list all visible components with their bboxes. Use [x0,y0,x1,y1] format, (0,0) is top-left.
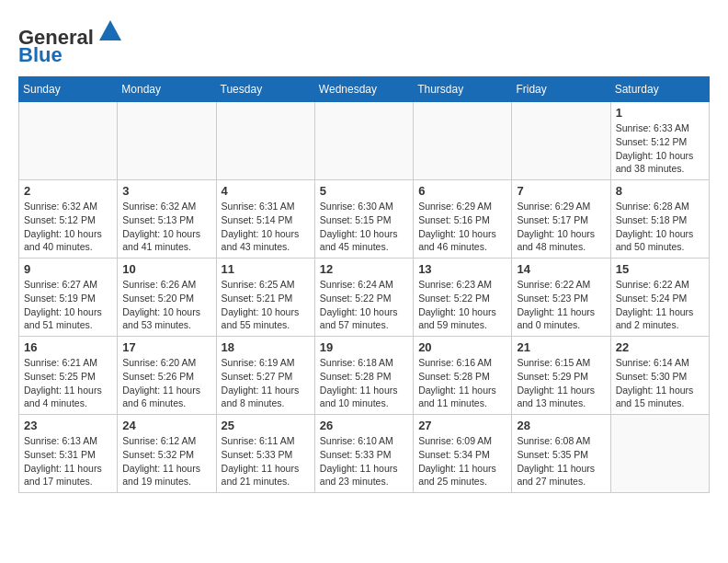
day-number: 6 [418,184,506,198]
calendar-cell: 19Sunrise: 6:18 AM Sunset: 5:28 PM Dayli… [314,337,413,415]
day-info: Sunrise: 6:13 AM Sunset: 5:31 PM Dayligh… [24,434,112,488]
day-info: Sunrise: 6:23 AM Sunset: 5:22 PM Dayligh… [418,278,506,332]
calendar-cell: 13Sunrise: 6:23 AM Sunset: 5:22 PM Dayli… [414,259,512,337]
logo: General Blue [18,18,123,67]
weekday-header-friday: Friday [512,77,610,102]
day-info: Sunrise: 6:30 AM Sunset: 5:15 PM Dayligh… [320,200,408,254]
calendar-cell: 28Sunrise: 6:08 AM Sunset: 5:35 PM Dayli… [512,415,610,493]
day-number: 2 [24,184,112,198]
calendar-cell: 3Sunrise: 6:32 AM Sunset: 5:13 PM Daylig… [118,180,216,259]
calendar-cell: 15Sunrise: 6:22 AM Sunset: 5:24 PM Dayli… [610,259,709,337]
calendar-cell: 1Sunrise: 6:33 AM Sunset: 5:12 PM Daylig… [610,102,709,180]
day-info: Sunrise: 6:33 AM Sunset: 5:12 PM Dayligh… [616,121,704,176]
calendar-cell: 7Sunrise: 6:29 AM Sunset: 5:17 PM Daylig… [512,180,610,259]
calendar-cell: 20Sunrise: 6:16 AM Sunset: 5:28 PM Dayli… [414,337,512,415]
day-info: Sunrise: 6:32 AM Sunset: 5:12 PM Dayligh… [24,200,112,254]
day-info: Sunrise: 6:08 AM Sunset: 5:35 PM Dayligh… [517,434,605,488]
day-number: 21 [517,340,605,354]
calendar-table: SundayMondayTuesdayWednesdayThursdayFrid… [18,76,710,493]
calendar-cell: 16Sunrise: 6:21 AM Sunset: 5:25 PM Dayli… [19,337,118,415]
day-info: Sunrise: 6:31 AM Sunset: 5:14 PM Dayligh… [222,200,310,254]
weekday-header-sunday: Sunday [19,77,118,102]
day-number: 26 [320,419,408,432]
calendar-cell: 24Sunrise: 6:12 AM Sunset: 5:32 PM Dayli… [118,415,216,493]
calendar-week-row: 1Sunrise: 6:33 AM Sunset: 5:12 PM Daylig… [19,102,710,180]
calendar-week-row: 2Sunrise: 6:32 AM Sunset: 5:12 PM Daylig… [19,180,710,259]
calendar-cell: 6Sunrise: 6:29 AM Sunset: 5:16 PM Daylig… [414,180,512,259]
calendar-week-row: 23Sunrise: 6:13 AM Sunset: 5:31 PM Dayli… [19,415,710,493]
calendar-cell: 27Sunrise: 6:09 AM Sunset: 5:34 PM Dayli… [414,415,512,493]
day-info: Sunrise: 6:12 AM Sunset: 5:32 PM Dayligh… [122,434,210,488]
day-number: 13 [418,262,506,276]
day-number: 3 [122,184,210,198]
day-info: Sunrise: 6:27 AM Sunset: 5:19 PM Dayligh… [24,278,112,332]
day-number: 22 [616,340,704,354]
calendar-cell: 2Sunrise: 6:32 AM Sunset: 5:12 PM Daylig… [19,180,118,259]
day-number: 5 [320,184,408,198]
day-info: Sunrise: 6:14 AM Sunset: 5:30 PM Dayligh… [616,356,704,410]
day-number: 16 [24,340,112,354]
day-number: 24 [122,419,210,432]
day-number: 1 [616,106,704,120]
svg-marker-0 [99,20,121,40]
day-number: 17 [122,340,210,354]
day-number: 25 [222,419,310,432]
day-info: Sunrise: 6:22 AM Sunset: 5:23 PM Dayligh… [517,278,605,332]
day-info: Sunrise: 6:29 AM Sunset: 5:16 PM Dayligh… [418,200,506,254]
day-info: Sunrise: 6:24 AM Sunset: 5:22 PM Dayligh… [320,278,408,332]
calendar-cell: 23Sunrise: 6:13 AM Sunset: 5:31 PM Dayli… [19,415,118,493]
day-number: 10 [122,262,210,276]
day-number: 15 [616,262,704,276]
calendar-cell: 26Sunrise: 6:10 AM Sunset: 5:33 PM Dayli… [314,415,413,493]
calendar-cell [314,102,413,180]
day-number: 7 [517,184,605,198]
day-number: 11 [222,262,310,276]
day-info: Sunrise: 6:09 AM Sunset: 5:34 PM Dayligh… [418,434,506,488]
day-info: Sunrise: 6:25 AM Sunset: 5:21 PM Dayligh… [222,278,310,332]
calendar-cell: 5Sunrise: 6:30 AM Sunset: 5:15 PM Daylig… [314,180,413,259]
day-info: Sunrise: 6:26 AM Sunset: 5:20 PM Dayligh… [122,278,210,332]
calendar-cell: 25Sunrise: 6:11 AM Sunset: 5:33 PM Dayli… [216,415,314,493]
calendar-cell [19,102,118,180]
day-number: 23 [24,419,112,432]
calendar-cell: 22Sunrise: 6:14 AM Sunset: 5:30 PM Dayli… [610,337,709,415]
day-info: Sunrise: 6:19 AM Sunset: 5:27 PM Dayligh… [222,356,310,410]
calendar-cell: 8Sunrise: 6:28 AM Sunset: 5:18 PM Daylig… [610,180,709,259]
weekday-header-saturday: Saturday [610,77,709,102]
calendar-week-row: 9Sunrise: 6:27 AM Sunset: 5:19 PM Daylig… [19,259,710,337]
day-number: 9 [24,262,112,276]
day-number: 27 [418,419,506,432]
calendar-cell: 4Sunrise: 6:31 AM Sunset: 5:14 PM Daylig… [216,180,314,259]
weekday-header-tuesday: Tuesday [216,77,314,102]
day-number: 8 [616,184,704,198]
weekday-header-row: SundayMondayTuesdayWednesdayThursdayFrid… [19,77,710,102]
calendar-cell: 18Sunrise: 6:19 AM Sunset: 5:27 PM Dayli… [216,337,314,415]
day-number: 28 [517,419,605,432]
day-info: Sunrise: 6:15 AM Sunset: 5:29 PM Dayligh… [517,356,605,410]
logo-icon [97,18,123,44]
calendar-cell [610,415,709,493]
calendar-cell: 11Sunrise: 6:25 AM Sunset: 5:21 PM Dayli… [216,259,314,337]
day-info: Sunrise: 6:28 AM Sunset: 5:18 PM Dayligh… [616,200,704,254]
weekday-header-monday: Monday [118,77,216,102]
calendar-cell [216,102,314,180]
calendar-cell: 10Sunrise: 6:26 AM Sunset: 5:20 PM Dayli… [118,259,216,337]
weekday-header-wednesday: Wednesday [314,77,413,102]
calendar-cell: 17Sunrise: 6:20 AM Sunset: 5:26 PM Dayli… [118,337,216,415]
day-number: 18 [222,340,310,354]
weekday-header-thursday: Thursday [414,77,512,102]
calendar-cell: 14Sunrise: 6:22 AM Sunset: 5:23 PM Dayli… [512,259,610,337]
day-number: 19 [320,340,408,354]
day-number: 4 [222,184,310,198]
calendar-cell: 9Sunrise: 6:27 AM Sunset: 5:19 PM Daylig… [19,259,118,337]
calendar-cell [414,102,512,180]
calendar-cell: 21Sunrise: 6:15 AM Sunset: 5:29 PM Dayli… [512,337,610,415]
calendar-cell [118,102,216,180]
day-info: Sunrise: 6:11 AM Sunset: 5:33 PM Dayligh… [222,434,310,488]
calendar-cell: 12Sunrise: 6:24 AM Sunset: 5:22 PM Dayli… [314,259,413,337]
day-info: Sunrise: 6:32 AM Sunset: 5:13 PM Dayligh… [122,200,210,254]
calendar-week-row: 16Sunrise: 6:21 AM Sunset: 5:25 PM Dayli… [19,337,710,415]
calendar-cell [512,102,610,180]
day-info: Sunrise: 6:10 AM Sunset: 5:33 PM Dayligh… [320,434,408,488]
day-number: 12 [320,262,408,276]
